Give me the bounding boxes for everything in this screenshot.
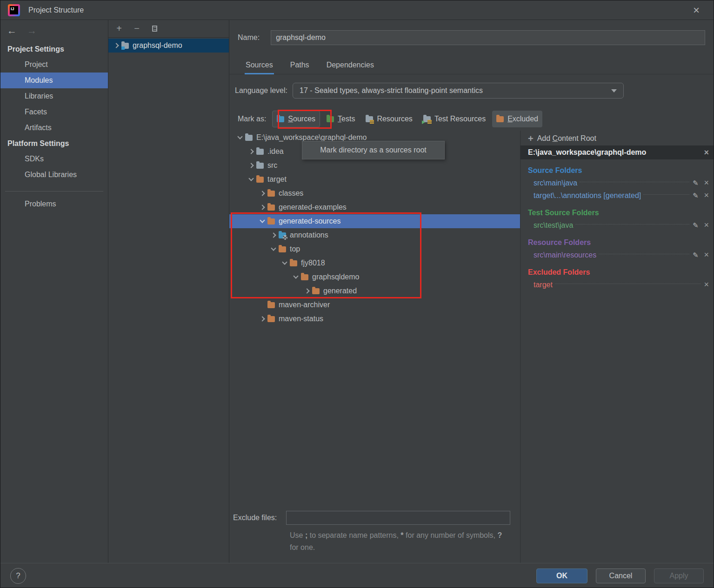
tree-row-label: fjy8018 — [301, 259, 325, 267]
tree-toggle[interactable] — [246, 159, 256, 172]
module-tabs: SourcesPathsDependencies — [229, 58, 714, 74]
tree-toggle[interactable] — [246, 145, 256, 159]
remove-folder-icon[interactable]: × — [704, 280, 709, 290]
tree-row-label: graphsqldemo — [312, 273, 359, 281]
add-button[interactable]: + — [112, 22, 126, 35]
sidebar-item-modules[interactable]: Modules — [0, 73, 108, 88]
dialog-footer: ? OK Cancel Apply — [0, 563, 714, 588]
add-content-root-button[interactable]: + Add Content Root — [520, 132, 714, 145]
tree-toggle[interactable] — [111, 39, 121, 53]
tree-row-label: top — [290, 245, 300, 253]
tree-toggle[interactable] — [257, 214, 267, 228]
exclude-files-label: Exclude files: — [229, 514, 286, 522]
mark-as-button-label: Tests — [338, 115, 355, 123]
sidebar-item-project[interactable]: Project — [0, 57, 108, 73]
sidebar-item-sdks[interactable]: SDKs — [0, 151, 108, 167]
tree-row-maven-status[interactable]: maven-status — [229, 312, 520, 326]
help-button[interactable]: ? — [10, 568, 26, 584]
tree-row-label: maven-status — [279, 315, 323, 323]
language-level-select[interactable]: 17 - Sealed types, always-strict floatin… — [293, 83, 624, 99]
folder-icon-orange — [267, 218, 275, 225]
sidebar-item-facets[interactable]: Facets — [0, 104, 108, 120]
edit-pencil-icon[interactable]: ✎ — [693, 179, 699, 187]
folder-path-row: src\test\java✎× — [520, 219, 714, 231]
tree-row-fjy8018[interactable]: fjy8018 — [229, 256, 520, 270]
tree-row-annotations[interactable]: annotations — [229, 228, 520, 242]
tree-row-src[interactable]: src — [229, 159, 520, 172]
apply-button[interactable]: Apply — [654, 568, 704, 583]
module-name-input[interactable] — [271, 30, 705, 45]
tree-row-top[interactable]: top — [229, 242, 520, 256]
tree-row-target[interactable]: target — [229, 172, 520, 186]
module-row-graphsql-demo[interactable]: graphsql-demo — [108, 39, 229, 53]
sidebar-item-artifacts[interactable]: Artifacts — [0, 120, 108, 136]
folders-section-excluded-folders: Excluded Folderstarget× — [520, 266, 714, 291]
exclude-files-input[interactable] — [286, 511, 510, 525]
mark-as-resources-button[interactable]: Resources — [361, 111, 416, 127]
tree-toggle[interactable] — [280, 256, 290, 270]
edit-pencil-icon[interactable]: ✎ — [693, 192, 699, 200]
folder-path-link[interactable]: src\main\resources — [534, 251, 596, 259]
dotted-leader — [555, 284, 701, 284]
sidebar-item-global-libraries[interactable]: Global Libraries — [0, 167, 108, 183]
resource-lines-badge-icon — [370, 120, 374, 124]
dotted-leader — [575, 224, 689, 225]
resource-lines-badge-icon — [427, 120, 432, 124]
tree-row-maven-archiver[interactable]: maven-archiver — [229, 298, 520, 312]
tree-row-generated-examples[interactable]: generated-examples — [229, 200, 520, 214]
folder-path-link[interactable]: target — [534, 281, 553, 289]
tree-toggle[interactable] — [257, 312, 267, 326]
folder-path-link[interactable]: src\test\java — [534, 221, 573, 230]
tree-toggle[interactable] — [257, 186, 267, 200]
sidebar-item-libraries[interactable]: Libraries — [0, 88, 108, 104]
edit-pencil-icon[interactable]: ✎ — [693, 251, 699, 259]
copy-button[interactable] — [147, 22, 161, 35]
folder-icon-orange — [267, 205, 275, 211]
remove-content-root-icon[interactable]: × — [704, 148, 709, 158]
folder-path-link[interactable]: src\main\java — [534, 179, 577, 187]
folders-section-test-source-folders: Test Source Folderssrc\test\java✎× — [520, 207, 714, 231]
mark-as-sources-button[interactable]: Sources — [272, 111, 320, 127]
ok-button[interactable]: OK — [536, 568, 587, 583]
tree-row-graphsqldemo[interactable]: graphsqldemo — [229, 270, 520, 284]
mark-as-tests-button[interactable]: Tests — [322, 111, 359, 127]
module-toolbar: +− — [108, 20, 229, 38]
remove-folder-icon[interactable]: × — [704, 250, 709, 260]
tree-toggle[interactable] — [268, 228, 279, 242]
tree-toggle[interactable] — [302, 284, 312, 298]
tab-sources[interactable]: Sources — [246, 58, 273, 74]
window-close-icon[interactable]: × — [688, 2, 704, 18]
remove-folder-icon[interactable]: × — [704, 178, 709, 188]
tab-dependencies[interactable]: Dependencies — [327, 58, 374, 74]
tree-toggle[interactable] — [291, 270, 301, 284]
remove-folder-icon[interactable]: × — [704, 220, 709, 230]
remove-folder-icon[interactable]: × — [704, 191, 709, 200]
back-arrow-icon[interactable]: ← — [7, 25, 17, 36]
folder-path-link[interactable]: target\...\annotations [generated] — [534, 192, 641, 200]
tab-paths[interactable]: Paths — [290, 58, 309, 74]
dialog-title: Project Structure — [28, 6, 84, 14]
edit-pencil-icon[interactable]: ✎ — [693, 221, 699, 230]
remove-button[interactable]: − — [130, 22, 144, 35]
tree-toggle[interactable] — [268, 242, 279, 256]
tree-row-label: maven-archiver — [279, 301, 330, 309]
tree-row-generated-sources[interactable]: generated-sources — [229, 214, 520, 228]
cancel-button[interactable]: Cancel — [596, 568, 646, 583]
mark-as-button-label: Sources — [288, 115, 315, 123]
tree-toggle[interactable] — [257, 200, 267, 214]
tree-row-generated[interactable]: generated — [229, 284, 520, 298]
mark-as-excluded-button[interactable]: Excluded — [492, 111, 542, 127]
folder-path-row: target\...\annotations [generated]✎× — [520, 189, 714, 202]
tree-row-classes[interactable]: classes — [229, 186, 520, 200]
tree-toggle[interactable] — [246, 172, 256, 186]
tree-toggle[interactable] — [235, 131, 245, 145]
folder-icon-orange — [290, 260, 297, 266]
chevron-down-icon — [611, 89, 617, 92]
mark-as-test-resources-button[interactable]: Test Resources — [419, 111, 490, 127]
folder-icon-orange — [267, 191, 275, 197]
mark-as-button-label: Resources — [377, 115, 412, 123]
folder-icon-orange — [496, 116, 504, 122]
sidebar-item-problems[interactable]: Problems — [0, 196, 108, 212]
chevron-down-icon — [282, 259, 287, 264]
dotted-leader — [599, 254, 689, 254]
